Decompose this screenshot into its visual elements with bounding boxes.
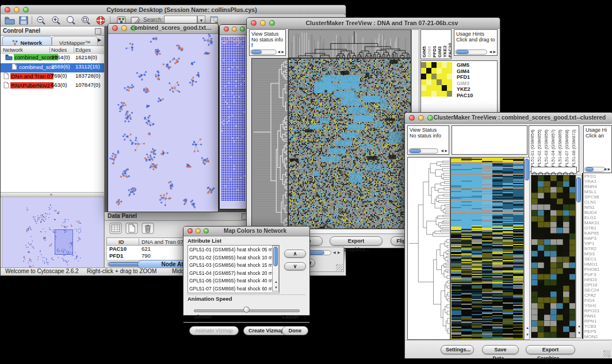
dense-network-grid-canvas[interactable] — [220, 35, 247, 208]
main-titlebar[interactable]: Cytoscape Desktop (Session Name: collins… — [1, 5, 346, 15]
table-icon[interactable] — [109, 222, 123, 235]
resize-grip[interactable] — [603, 350, 610, 357]
scroll-down-arrow[interactable]: ▼ — [577, 331, 581, 335]
close-button[interactable] — [188, 228, 193, 233]
gene-label[interactable]: NTR2 — [584, 246, 612, 251]
usage-hints-hscrollbar[interactable] — [455, 49, 487, 55]
gene-label[interactable]: MON2 — [584, 334, 612, 339]
gene-label[interactable]: HAP3 — [584, 236, 612, 241]
column-label[interactable]: GPL51-03 (GSM856) — [544, 127, 549, 170]
network-row[interactable]: DNA and Tran 07 769(0) 183728(0) — [1, 72, 104, 82]
scroll-left-arrow[interactable]: ◀ — [333, 251, 336, 255]
dialog-titlebar[interactable]: Map Colors to Network — [183, 227, 309, 236]
treeview2-column-tree-area[interactable] — [452, 125, 527, 155]
network-row[interactable]: RNAPuberNov2+ 563(0) 107847(0) — [1, 82, 104, 91]
gene-label[interactable]: PAN1 — [584, 313, 612, 319]
gene-label[interactable]: PEP5 — [584, 329, 612, 334]
gene-label[interactable]: TCB3 — [584, 324, 612, 329]
gene-label[interactable]: MAK31 — [584, 220, 612, 225]
row-label[interactable]: PAC10 — [457, 93, 473, 99]
attribute-list-vscrollbar[interactable]: ▲ ▼ — [272, 246, 279, 292]
treeview2-titlebar[interactable]: ClusterMaker TreeView : combined_scores_… — [405, 113, 612, 124]
row-label[interactable]: YKE2 — [457, 86, 473, 93]
gene-label[interactable]: GPI16 — [584, 282, 612, 288]
trash-icon[interactable] — [141, 222, 155, 235]
gene-label[interactable]: HMG1 — [584, 262, 612, 267]
scroll-right-arrow[interactable]: ▶ — [607, 167, 610, 171]
birdseye-view-canvas[interactable] — [2, 197, 104, 270]
save-icon[interactable] — [18, 15, 29, 26]
gene-label[interactable]: NIS1 — [584, 205, 612, 210]
scroll-left-arrow[interactable]: ◀ — [603, 167, 606, 171]
gene-label[interactable]: CPA2 — [584, 293, 612, 298]
attribute-item[interactable]: GPL51-01 (GSM854) heat shock 05 min — [189, 246, 270, 254]
data-col-id[interactable]: ID — [118, 239, 124, 245]
close-button[interactable] — [112, 25, 118, 31]
gene-label[interactable]: PFD1 — [584, 174, 612, 179]
scroll-up-arrow[interactable]: ▲ — [526, 326, 529, 330]
treeview2-row-dendrogram[interactable] — [407, 157, 450, 340]
network-row[interactable]: combined_sco 2569(6) 13112(15) — [1, 63, 104, 72]
gene-label[interactable]: PUF3 — [584, 272, 612, 277]
move-down-button[interactable]: ∨ — [284, 262, 306, 270]
attribute-item[interactable]: GPL51-06 (GSM865) heat shock 40 min — [189, 277, 270, 285]
treeview1-row-dendrogram[interactable] — [251, 58, 288, 229]
close-button[interactable] — [251, 20, 257, 26]
slider-thumb[interactable] — [243, 306, 250, 313]
tab-network[interactable]: Network — [2, 36, 52, 46]
attribute-item[interactable]: GPL51-07 (GSM868) heat shock 60 min — [189, 285, 270, 293]
open-file-icon[interactable] — [4, 15, 16, 26]
treeview1-titlebar[interactable]: ClusterMaker TreeView : DNA and Tran 07-… — [247, 18, 500, 29]
gene-label[interactable]: SEC24 — [584, 288, 612, 293]
zoom-panel-vscrollbar[interactable]: ▲ ▼ — [576, 175, 582, 338]
settings-button[interactable]: Settings... — [441, 345, 474, 354]
close-button[interactable] — [409, 115, 415, 121]
export-graphics-button[interactable]: Export Graphics... — [526, 345, 575, 354]
attribute-item[interactable]: GPL51-03 (GSM856) heat shock 15 min — [189, 262, 270, 270]
treeview1-column-dendrogram[interactable] — [288, 29, 411, 58]
row-label[interactable]: PFD1 — [457, 74, 473, 81]
col-nodes[interactable]: Nodes — [51, 47, 67, 53]
gene-label[interactable]: PHO81 — [584, 267, 612, 272]
scroll-right-arrow[interactable]: ▶ — [445, 149, 447, 153]
tab-vizmapper[interactable]: VizMapper™ — [52, 36, 98, 46]
gene-label[interactable]: KAP95 — [584, 231, 612, 236]
gene-label[interactable]: HRD3 — [584, 277, 612, 282]
close-button[interactable] — [5, 7, 10, 13]
network-view-titlebar[interactable]: combined_scores_good.txt--cluste... — [108, 24, 218, 34]
column-label[interactable]: GIM5 — [422, 31, 427, 58]
gene-label[interactable]: GTB1 — [584, 225, 612, 231]
tab-overflow-arrow[interactable]: ▶ — [98, 37, 101, 43]
column-label[interactable]: GPL51-04 (GSM857) — [550, 127, 556, 170]
minimize-button[interactable] — [260, 20, 266, 26]
done-button[interactable]: Done — [282, 326, 308, 335]
treeview2-heatmap[interactable] — [450, 157, 524, 340]
float-panel-icon[interactable] — [95, 28, 101, 35]
move-up-button[interactable]: ∧ — [284, 250, 306, 258]
scroll-right-arrow[interactable]: ▶ — [338, 251, 341, 255]
column-label[interactable]: GPL51-07 (GSM868) — [564, 127, 569, 170]
attribute-item[interactable]: GPL51-02 (GSM855) heat shock 10 min — [189, 254, 270, 262]
gene-label[interactable]: VIP1 — [584, 241, 612, 246]
gene-label[interactable]: CLN1 — [584, 200, 612, 205]
column-label[interactable]: GIM4 — [427, 31, 432, 58]
minimize-button[interactable] — [196, 228, 201, 233]
gene-label[interactable]: YRA1 — [584, 179, 612, 184]
gene-label[interactable]: BUD4 — [584, 210, 612, 215]
minimize-button[interactable] — [14, 7, 20, 13]
animate-vizmap-button[interactable]: Animate Vizmap — [189, 326, 239, 335]
network-row[interactable]: combined_scores 2764(0) 16218(0) — [1, 54, 104, 63]
scroll-right-arrow[interactable]: ▶ — [493, 50, 496, 54]
scroll-left-arrow[interactable]: ◀ — [489, 50, 492, 54]
treeview2-vscrollbar[interactable]: ▲ ▼ — [524, 157, 530, 340]
resize-grip[interactable] — [336, 264, 343, 271]
scroll-right-arrow[interactable]: ▶ — [281, 50, 284, 54]
column-label[interactable]: GPL51-06 (GSM865) — [557, 127, 563, 170]
scroll-left-arrow[interactable]: ◀ — [277, 50, 280, 54]
gene-label[interactable]: SPC98 — [584, 194, 612, 200]
row-label[interactable]: GIM4 — [457, 68, 473, 75]
save-data-button[interactable]: Save Data... — [482, 345, 519, 354]
gene-label[interactable]: RPN1 — [584, 319, 612, 324]
export-graphics-button[interactable]: Export Graphics... — [330, 236, 382, 246]
new-document-icon[interactable] — [125, 222, 139, 235]
